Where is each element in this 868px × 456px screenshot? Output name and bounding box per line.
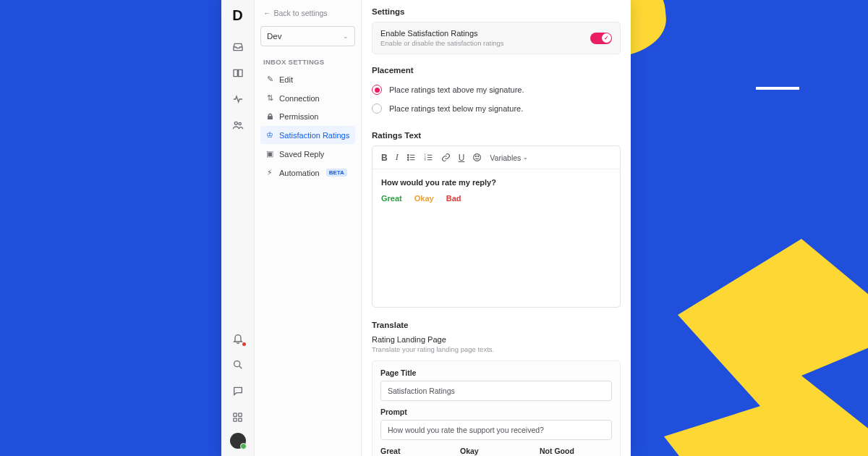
workspace-name: Dev bbox=[267, 32, 281, 41]
svg-point-0 bbox=[234, 122, 237, 124]
translate-subheading: Rating Landing Page bbox=[372, 335, 621, 344]
chat-icon[interactable] bbox=[228, 381, 248, 401]
settings-heading: Settings bbox=[372, 7, 621, 16]
app-logo[interactable]: D bbox=[232, 7, 242, 24]
placement-below-label: Place ratings text below my signature. bbox=[389, 104, 523, 113]
sidebar-item-satisfaction-ratings[interactable]: ♔ Satisfaction Ratings bbox=[260, 126, 355, 144]
app-window: D ← Back to settings bbox=[221, 0, 631, 456]
svg-point-13 bbox=[474, 154, 481, 161]
svg-point-9 bbox=[407, 159, 409, 161]
sidebar-item-label: Satisfaction Ratings bbox=[279, 131, 349, 140]
trophy-icon: ♔ bbox=[265, 130, 274, 140]
placement-below-option[interactable]: Place ratings text below my signature. bbox=[372, 99, 621, 118]
back-to-settings-link[interactable]: ← Back to settings bbox=[260, 7, 355, 19]
sidebar-item-automation[interactable]: ⚡︎ Automation BETA bbox=[260, 164, 355, 182]
sidebar-item-label: Edit bbox=[279, 75, 293, 84]
ratings-text-heading: Ratings Text bbox=[372, 131, 621, 140]
radio-unchecked-icon bbox=[372, 104, 382, 114]
prompt-label: Prompt bbox=[380, 408, 612, 416]
back-label: Back to settings bbox=[274, 9, 328, 17]
sidebar-item-label: Saved Reply bbox=[279, 150, 324, 159]
underline-button[interactable]: U bbox=[459, 153, 465, 163]
book-icon[interactable] bbox=[228, 63, 248, 83]
sidebar-item-connection[interactable]: ⇅ Connection bbox=[260, 89, 355, 107]
svg-rect-3 bbox=[234, 413, 237, 415]
editor-prompt-text: How would you rate my reply? bbox=[381, 178, 611, 187]
sidebar-section-label: INBOX SETTINGS bbox=[263, 58, 355, 66]
translate-heading: Translate bbox=[372, 321, 621, 329]
link-button[interactable] bbox=[441, 153, 451, 162]
sidebar-item-label: Connection bbox=[279, 94, 320, 103]
bolt-icon: ⚡︎ bbox=[265, 168, 274, 177]
placement-above-option[interactable]: Place ratings text above my signature. bbox=[372, 80, 621, 99]
page-title-label: Page Title bbox=[380, 368, 612, 377]
enable-card: Enable Satisfaction Ratings Enable or di… bbox=[372, 22, 621, 54]
chevron-down-icon: ⌄ bbox=[523, 154, 528, 161]
sidebar-item-label: Permission bbox=[279, 112, 318, 121]
rating-great[interactable]: Great bbox=[381, 194, 402, 203]
ratings-text-editor: B I 123 U Variables ⌄ bbox=[372, 145, 621, 308]
avatar[interactable] bbox=[230, 433, 246, 449]
svg-point-14 bbox=[476, 156, 477, 156]
enable-toggle[interactable] bbox=[590, 33, 612, 44]
editor-toolbar: B I 123 U Variables ⌄ bbox=[373, 146, 620, 169]
search-icon[interactable] bbox=[228, 355, 248, 375]
sidebar-item-permission[interactable]: 🔒︎ Permission bbox=[260, 108, 355, 125]
radio-checked-icon bbox=[372, 85, 382, 95]
svg-rect-5 bbox=[234, 418, 237, 421]
prompt-input[interactable] bbox=[380, 420, 612, 440]
editor-body[interactable]: How would you rate my reply? Great Okay … bbox=[373, 169, 620, 307]
svg-point-15 bbox=[478, 156, 479, 156]
connection-icon: ⇅ bbox=[265, 93, 274, 103]
users-icon[interactable] bbox=[228, 115, 248, 135]
rating-okay[interactable]: Okay bbox=[414, 194, 434, 203]
pencil-icon: ✎ bbox=[265, 75, 274, 84]
svg-point-1 bbox=[239, 122, 241, 124]
svg-point-2 bbox=[234, 361, 239, 367]
chevron-down-icon: ⌄ bbox=[343, 33, 349, 40]
sidebar-item-edit[interactable]: ✎ Edit bbox=[260, 70, 355, 88]
bullet-list-button[interactable] bbox=[407, 153, 416, 162]
svg-rect-6 bbox=[239, 418, 242, 421]
svg-point-8 bbox=[407, 157, 409, 159]
bell-icon[interactable] bbox=[228, 329, 248, 349]
rating-links: Great Okay Bad bbox=[381, 194, 611, 203]
svg-rect-4 bbox=[239, 413, 242, 415]
emoji-button[interactable] bbox=[472, 153, 482, 162]
saved-reply-icon: ▣ bbox=[265, 149, 274, 159]
translate-form: Page Title Prompt Great Okay Not Good bbox=[372, 360, 621, 456]
activity-icon[interactable] bbox=[228, 89, 248, 109]
apps-icon[interactable] bbox=[228, 407, 248, 427]
rating-bad[interactable]: Bad bbox=[446, 194, 461, 203]
italic-button[interactable]: I bbox=[396, 152, 399, 163]
settings-sidebar: ← Back to settings Dev ⌄ INBOX SETTINGS … bbox=[255, 0, 362, 456]
translate-description: Translate your rating landing page texts… bbox=[372, 345, 621, 353]
placement-above-label: Place ratings text above my signature. bbox=[389, 85, 524, 94]
enable-subtitle: Enable or disable the satisfaction ratin… bbox=[380, 39, 504, 47]
variables-dropdown[interactable]: Variables ⌄ bbox=[490, 153, 528, 162]
svg-point-7 bbox=[407, 154, 409, 156]
enable-title: Enable Satisfaction Ratings bbox=[380, 29, 504, 38]
arrow-left-icon: ← bbox=[263, 9, 271, 17]
workspace-select[interactable]: Dev ⌄ bbox=[260, 26, 355, 46]
bold-button[interactable]: B bbox=[381, 153, 388, 163]
icon-rail: D bbox=[221, 0, 255, 456]
lock-icon: 🔒︎ bbox=[265, 112, 274, 121]
ordered-list-button[interactable]: 123 bbox=[424, 153, 433, 162]
beta-badge: BETA bbox=[326, 169, 347, 177]
col-notgood-label: Not Good bbox=[540, 447, 612, 455]
col-great-label: Great bbox=[380, 447, 453, 455]
svg-text:3: 3 bbox=[424, 159, 425, 161]
sidebar-item-saved-reply[interactable]: ▣ Saved Reply bbox=[260, 145, 355, 163]
main-content: Settings Enable Satisfaction Ratings Ena… bbox=[362, 0, 631, 456]
placement-heading: Placement bbox=[372, 66, 621, 75]
col-okay-label: Okay bbox=[460, 447, 532, 455]
inbox-icon[interactable] bbox=[228, 37, 248, 57]
sidebar-item-label: Automation bbox=[279, 169, 320, 177]
page-title-input[interactable] bbox=[380, 381, 612, 401]
